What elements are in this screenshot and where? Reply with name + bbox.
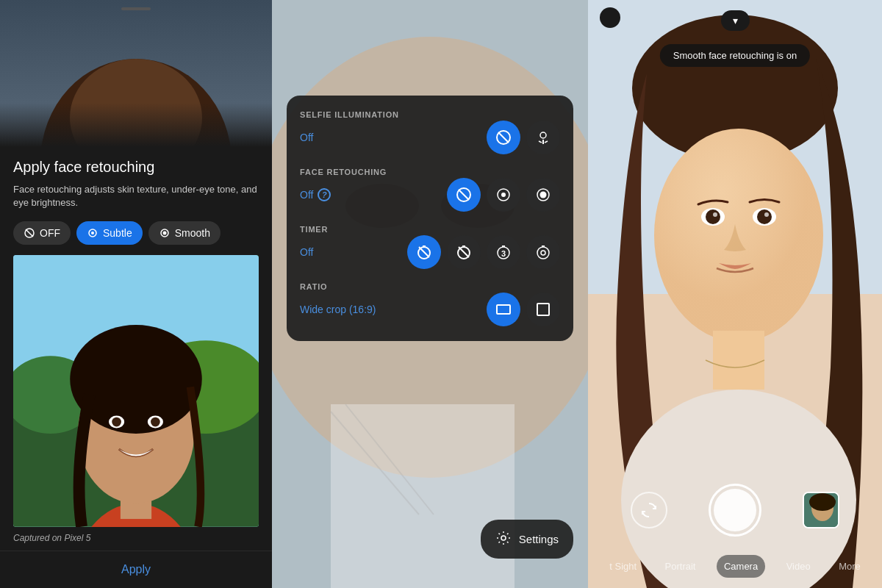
ratio-label: RATIO xyxy=(300,282,560,291)
svg-point-29 xyxy=(540,132,546,138)
timer-3s-button[interactable]: 3 xyxy=(487,235,520,269)
bottom-navigation: t Sight Portrait Camera Video More xyxy=(588,544,882,588)
svg-line-3 xyxy=(26,229,33,237)
selfie-illum-on-button[interactable] xyxy=(526,121,560,154)
camera-dot-indicator xyxy=(600,7,620,28)
face-preview-svg xyxy=(13,255,259,527)
selfie-illum-off-button[interactable] xyxy=(487,121,520,154)
svg-rect-51 xyxy=(497,305,510,314)
timer-2s-button[interactable] xyxy=(447,235,481,269)
retouch-toggle-group: OFF Subtle Smooth xyxy=(13,221,259,245)
off-icon xyxy=(24,227,35,239)
selfie-illumination-label: SELFIE ILLUMINATION xyxy=(300,110,560,119)
svg-point-49 xyxy=(541,251,545,255)
svg-point-38 xyxy=(540,192,547,198)
head-silhouette xyxy=(0,0,272,147)
timer-10s-button[interactable] xyxy=(526,235,560,269)
ratio-value: Wide crop (16:9) xyxy=(300,304,376,315)
timer-row: TIMER Off 3 xyxy=(300,225,560,269)
subtle-icon xyxy=(87,227,98,239)
nav-more[interactable]: More xyxy=(831,555,868,578)
svg-point-62 xyxy=(706,209,720,224)
panel-face-retouching: Apply face retouching Face retouching ad… xyxy=(0,0,272,588)
settings-icon xyxy=(495,530,512,548)
toggle-smooth-button[interactable]: Smooth xyxy=(148,221,220,245)
mode-dropdown[interactable]: ▾ xyxy=(721,10,750,31)
selfie-illumination-row: SELFIE ILLUMINATION Off xyxy=(300,110,560,154)
camera-controls xyxy=(588,484,882,537)
svg-point-36 xyxy=(501,193,506,197)
svg-point-53 xyxy=(501,536,506,540)
timer-value: Off xyxy=(300,246,313,258)
svg-point-48 xyxy=(537,247,549,259)
svg-text:3: 3 xyxy=(501,249,506,258)
settings-panel: SELFIE ILLUMINATION Off FACE RETOUCHING xyxy=(287,96,573,341)
preview-photo xyxy=(13,255,259,527)
svg-rect-66 xyxy=(713,331,764,390)
info-icon[interactable]: ? xyxy=(318,188,331,201)
flip-camera-button[interactable] xyxy=(631,492,667,528)
captured-label: Captured on Pixel 5 xyxy=(13,527,259,551)
last-photo-thumbnail[interactable] xyxy=(803,492,839,528)
nav-video[interactable]: Video xyxy=(779,555,818,578)
smooth-icon xyxy=(159,227,171,239)
svg-point-64 xyxy=(713,212,717,217)
retouch-subtle-button[interactable] xyxy=(487,178,520,212)
chevron-down-icon: ▾ xyxy=(733,15,738,26)
top-bar: ▾ xyxy=(588,0,882,41)
svg-line-34 xyxy=(459,190,469,200)
svg-line-28 xyxy=(498,132,509,143)
selfie-illumination-value: Off xyxy=(300,132,313,143)
retouch-off-button[interactable] xyxy=(447,178,481,212)
panel-camera-viewfinder: ▾ Smooth face retouching is on t Sight P… xyxy=(588,0,882,588)
face-retouching-row: FACE RETOUCHING Off ? xyxy=(300,168,560,212)
timer-label: TIMER xyxy=(300,225,560,234)
timer-off-button[interactable] xyxy=(407,235,441,269)
svg-point-19 xyxy=(151,417,160,427)
panel-camera-settings: SELFIE ILLUMINATION Off FACE RETOUCHING xyxy=(272,0,588,588)
ratio-row: RATIO Wide crop (16:9) xyxy=(300,282,560,326)
shutter-button[interactable] xyxy=(709,484,761,537)
face-retouching-label: FACE RETOUCHING xyxy=(300,168,560,176)
drag-handle[interactable] xyxy=(121,7,151,10)
ratio-square-button[interactable] xyxy=(526,293,560,326)
toast-notification: Smooth face retouching is on xyxy=(660,44,810,67)
sheet-description: Face retouching adjusts skin texture, un… xyxy=(13,183,259,209)
toggle-subtle-button[interactable]: Subtle xyxy=(76,221,143,245)
svg-rect-52 xyxy=(537,304,549,315)
panel1-sheet: Apply face retouching Face retouching ad… xyxy=(0,147,272,551)
svg-point-63 xyxy=(757,209,772,224)
nav-camera[interactable]: Camera xyxy=(717,555,765,578)
apply-button[interactable]: Apply xyxy=(0,551,272,588)
svg-point-5 xyxy=(91,232,94,234)
retouch-smooth-button[interactable] xyxy=(526,178,560,212)
svg-point-70 xyxy=(809,493,836,511)
nav-portrait[interactable]: Portrait xyxy=(658,555,703,578)
svg-rect-24 xyxy=(331,404,514,588)
svg-line-31 xyxy=(539,141,542,143)
svg-point-65 xyxy=(764,212,769,217)
toggle-off-button[interactable]: OFF xyxy=(13,221,71,245)
face-retouching-value: Off ? xyxy=(300,188,331,201)
ratio-wide-button[interactable] xyxy=(487,293,520,326)
panel1-background-photo xyxy=(0,0,272,147)
sheet-title: Apply face retouching xyxy=(13,159,259,176)
svg-point-7 xyxy=(162,232,166,235)
nav-night-sight[interactable]: t Sight xyxy=(602,555,644,578)
svg-point-18 xyxy=(112,417,121,427)
settings-button[interactable]: Settings xyxy=(481,520,573,559)
svg-point-59 xyxy=(654,129,823,342)
svg-line-32 xyxy=(545,141,548,143)
